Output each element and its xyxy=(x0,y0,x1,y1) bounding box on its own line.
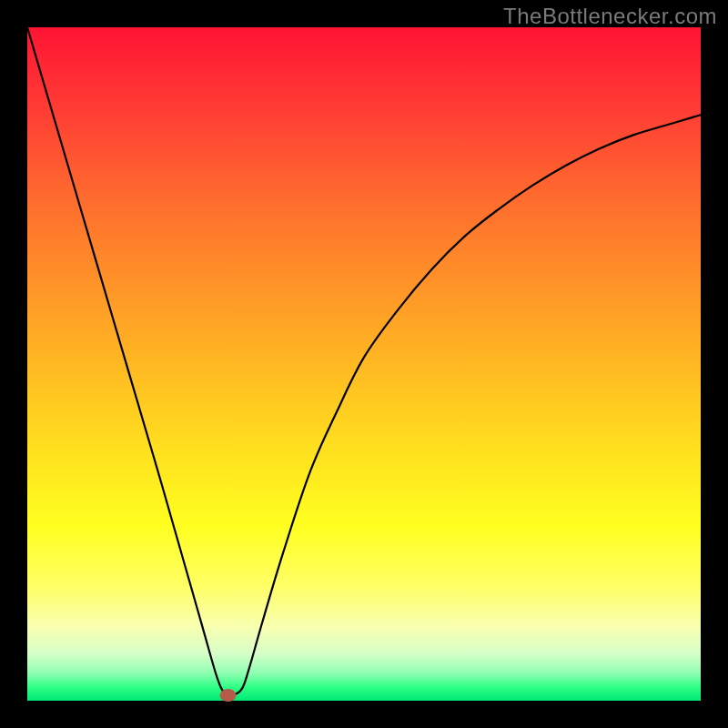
curve-layer xyxy=(27,27,701,701)
minimum-marker xyxy=(220,689,237,702)
watermark-text: TheBottlenecker.com xyxy=(503,4,717,29)
bottleneck-curve xyxy=(27,27,701,694)
chart-frame: TheBottlenecker.com xyxy=(0,0,728,728)
plot-area xyxy=(27,27,701,701)
